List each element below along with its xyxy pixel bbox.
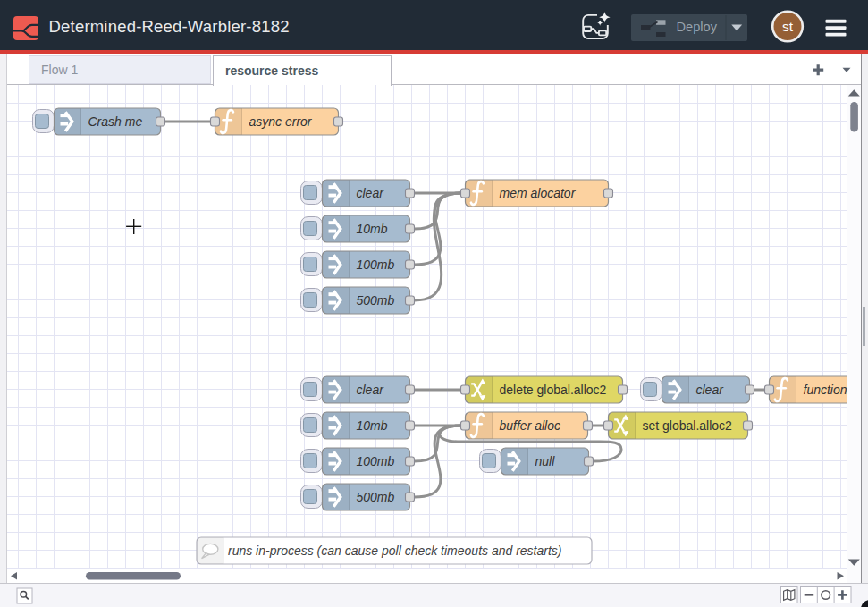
svg-text:Crash me: Crash me	[88, 114, 143, 129]
svg-text:buffer alloc: buffer alloc	[500, 418, 560, 433]
svg-text:10mb: 10mb	[357, 222, 388, 236]
svg-text:st: st	[782, 19, 794, 34]
svg-text:500mb: 500mb	[357, 293, 395, 308]
svg-text:100mb: 100mb	[357, 257, 395, 272]
svg-text:runs in-process (can cause pol: runs in-process (can cause poll check ti…	[228, 544, 562, 558]
svg-text:mem alocator: mem alocator	[500, 186, 577, 200]
svg-text:clear: clear	[357, 383, 385, 397]
svg-text:500mb: 500mb	[357, 490, 395, 504]
svg-text:clear: clear	[696, 383, 725, 397]
svg-text:null: null	[535, 454, 556, 468]
svg-text:10mb: 10mb	[357, 418, 388, 433]
svg-text:clear: clear	[357, 186, 385, 200]
svg-text:function: function	[804, 383, 847, 397]
svg-text:delete global.alloc2: delete global.alloc2	[500, 383, 607, 397]
svg-text:100mb: 100mb	[357, 454, 395, 468]
svg-text:Deploy: Deploy	[677, 20, 718, 34]
svg-text:set global.alloc2: set global.alloc2	[643, 418, 733, 433]
svg-text:async error: async error	[249, 114, 313, 129]
